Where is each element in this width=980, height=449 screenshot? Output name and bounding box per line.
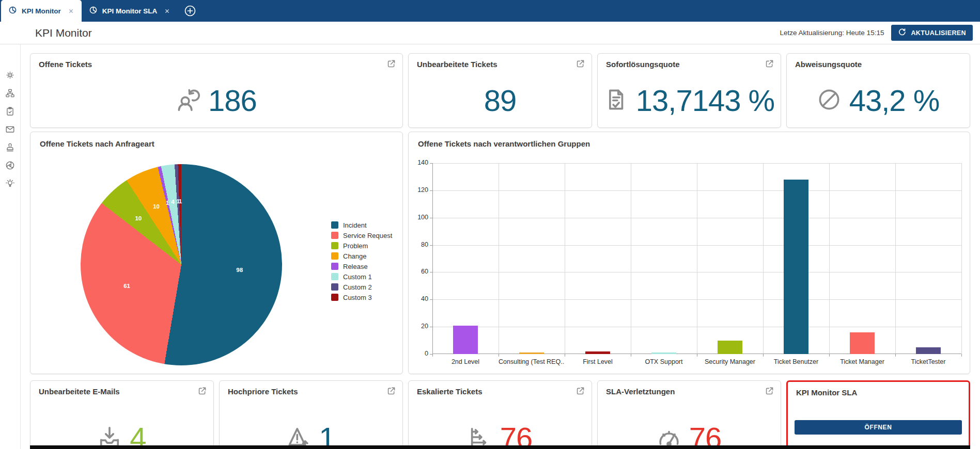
legend-label: Custom 1 bbox=[343, 273, 372, 281]
legend-item: Custom 1 bbox=[331, 273, 392, 280]
chart-title: Offene Tickets nach verantwortlichen Gru… bbox=[418, 139, 960, 148]
sitemap-icon bbox=[5, 88, 15, 98]
mail-icon bbox=[5, 124, 15, 134]
x-axis-label: OTX Support bbox=[631, 358, 697, 365]
kpi-monitor-tab-icon bbox=[89, 6, 98, 14]
close-icon bbox=[68, 8, 74, 14]
card-title: Unbearbeitete E-Mails bbox=[39, 387, 205, 396]
external-link-button[interactable] bbox=[386, 59, 396, 70]
y-axis-label: 140 bbox=[410, 159, 428, 166]
refresh-button[interactable]: AKTUALISIEREN bbox=[891, 25, 973, 41]
pie[interactable] bbox=[81, 164, 282, 365]
legend-label: Change bbox=[343, 252, 367, 260]
last-update-text: Letze Aktualisierung: Heute 15:15 bbox=[780, 29, 884, 37]
dashboard: Offene Tickets186Unbearbeitete Tickets89… bbox=[21, 44, 980, 449]
external-link-icon bbox=[575, 59, 585, 69]
card-title: SLA-Verletztungen bbox=[606, 387, 772, 396]
bar-ticket-benutzer[interactable] bbox=[784, 180, 808, 354]
bar-security-manager[interactable] bbox=[718, 341, 742, 354]
bar-chart-card: Offene Tickets nach verantwortlichen Gru… bbox=[408, 132, 970, 374]
bar-consulting-test-req-[interactable] bbox=[519, 352, 544, 354]
kpi-value-row: 13,7143 % bbox=[598, 77, 781, 123]
external-link-button[interactable] bbox=[575, 59, 585, 70]
tab-label: KPI Monitor bbox=[22, 7, 61, 15]
kpi-value-row: 89 bbox=[409, 77, 592, 123]
kpi-value: 43,2 % bbox=[849, 86, 940, 116]
close-tab-icon[interactable] bbox=[68, 8, 74, 14]
external-link-icon bbox=[386, 59, 396, 69]
axis-tick bbox=[895, 354, 896, 357]
card-title: Unbearbeitete Tickets bbox=[417, 60, 583, 69]
card-title: Sofortlösungsquote bbox=[606, 60, 772, 69]
gridline bbox=[961, 163, 962, 354]
external-link-button[interactable] bbox=[765, 386, 774, 397]
external-link-icon bbox=[765, 386, 774, 396]
x-axis-label: TicketTester bbox=[895, 358, 961, 365]
prohibited-icon bbox=[817, 88, 841, 114]
sidebar-item-sitemap[interactable] bbox=[5, 88, 16, 98]
legend-label: Release bbox=[343, 263, 368, 270]
tab-kpi-monitor-sla[interactable]: KPI Monitor SLA bbox=[82, 0, 178, 22]
gridline bbox=[829, 163, 830, 354]
axis-tick bbox=[432, 354, 433, 357]
legend-swatch bbox=[331, 263, 338, 270]
gridline bbox=[565, 163, 565, 354]
sidebar-item-lightbulb[interactable] bbox=[5, 179, 16, 188]
gridline bbox=[697, 163, 697, 354]
page-title: KPI Monitor bbox=[35, 27, 780, 39]
page-header: KPI Monitor Letze Aktualisierung: Heute … bbox=[0, 22, 980, 44]
sidebar-item-clipboard-check[interactable] bbox=[5, 106, 16, 116]
kpi-value-row: 1 bbox=[220, 405, 402, 449]
pie-chart[interactable]: 986110101411 bbox=[81, 164, 282, 365]
bar-ticket-manager[interactable] bbox=[850, 332, 875, 354]
legend-swatch bbox=[331, 242, 338, 249]
turbine-icon bbox=[5, 161, 15, 170]
sidebar-item-settings[interactable] bbox=[5, 70, 16, 79]
external-link-button[interactable] bbox=[197, 386, 207, 397]
x-axis-label: Security Manager bbox=[697, 358, 763, 365]
settings-icon bbox=[5, 70, 15, 80]
gridline bbox=[895, 163, 896, 354]
bar-first-level[interactable] bbox=[585, 351, 610, 354]
external-link-icon bbox=[197, 386, 207, 396]
external-link-button[interactable] bbox=[575, 386, 585, 397]
external-link-button[interactable] bbox=[386, 386, 396, 397]
external-link-button[interactable] bbox=[765, 59, 774, 70]
chart-title: Offene Tickets nach Anfrageart bbox=[40, 139, 393, 148]
legend-label: Problem bbox=[343, 242, 368, 250]
y-axis bbox=[432, 163, 433, 354]
document-check-icon bbox=[604, 88, 628, 111]
kpi-value-row: 76 bbox=[598, 405, 781, 449]
add-tab-button[interactable] bbox=[184, 5, 196, 17]
legend-swatch bbox=[331, 232, 338, 239]
sidebar-item-turbine[interactable] bbox=[5, 161, 16, 170]
kpi-value: 13,7143 % bbox=[636, 86, 774, 116]
axis-tick bbox=[763, 354, 764, 357]
bottom-strip bbox=[30, 445, 970, 449]
open-button[interactable]: ÖFFNEN bbox=[795, 420, 962, 435]
person-refresh-icon bbox=[176, 88, 200, 111]
card-title: Offene Tickets bbox=[39, 60, 394, 69]
legend-swatch bbox=[331, 283, 338, 291]
bar-tickettester[interactable] bbox=[916, 347, 941, 354]
kpi-monitor-tab-icon bbox=[8, 6, 17, 14]
y-axis-label: 20 bbox=[410, 323, 428, 330]
kpi-value: 186 bbox=[208, 86, 257, 116]
legend-item: Problem bbox=[331, 242, 392, 249]
kpi-card-abweisungsquote: Abweisungsquote43,2 % bbox=[786, 53, 970, 128]
sidebar-item-mail[interactable] bbox=[5, 124, 16, 134]
kpi-card-unbearbeitete-tickets: Unbearbeitete Tickets89 bbox=[408, 53, 592, 128]
clipboard-check-icon bbox=[5, 106, 15, 116]
sidebar-item-stamp[interactable] bbox=[5, 142, 16, 152]
refresh-icon bbox=[898, 28, 906, 36]
card-title: Eskalierte Tickets bbox=[417, 387, 583, 396]
external-link-icon bbox=[765, 59, 774, 69]
tab-kpi-monitor[interactable]: KPI Monitor bbox=[1, 0, 82, 22]
external-link-icon bbox=[575, 386, 585, 396]
bar-otx-support[interactable] bbox=[651, 352, 676, 354]
close-tab-icon[interactable] bbox=[164, 8, 170, 14]
person-refresh-icon bbox=[176, 88, 200, 114]
bar-2nd-level[interactable] bbox=[453, 326, 478, 355]
y-axis-label: 40 bbox=[410, 295, 428, 302]
y-axis-label: 80 bbox=[410, 241, 428, 248]
